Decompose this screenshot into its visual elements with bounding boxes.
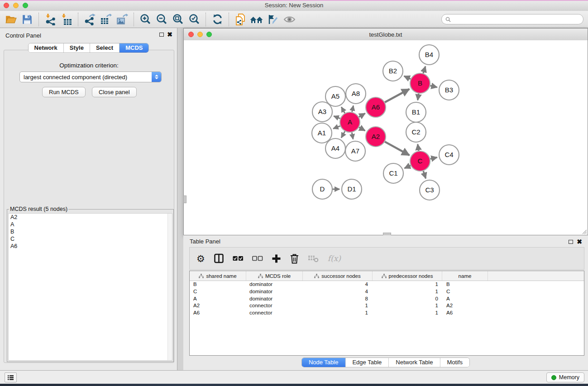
save-session-button[interactable]	[19, 12, 35, 27]
memory-button[interactable]: Memory	[546, 372, 584, 382]
result-list-scrollbar[interactable]	[167, 214, 172, 360]
toolbar-separator	[38, 13, 39, 26]
app-title: Session: New Session	[0, 2, 588, 9]
graph-node-label: A8	[352, 90, 360, 97]
show-task-history-button[interactable]	[5, 372, 17, 382]
result-list-item[interactable]: A2	[9, 214, 172, 221]
export-image-button[interactable]	[114, 12, 130, 27]
memory-status-icon	[551, 375, 556, 380]
column-header-successor-nodes[interactable]: successor nodes	[303, 271, 373, 281]
graph-node-label: C3	[425, 186, 434, 194]
table-cell: A2	[190, 302, 246, 310]
column-header-mcds-role[interactable]: MCDS role	[246, 271, 303, 281]
import-network-button[interactable]	[42, 12, 58, 27]
column-header-shared-name[interactable]: shared name	[190, 271, 246, 281]
tab-select[interactable]: Select	[90, 43, 120, 52]
zoom-out-button[interactable]	[153, 12, 170, 27]
graph-edge-C-C1[interactable]	[405, 166, 411, 168]
table-cell-filler	[488, 310, 584, 317]
table-cell: A2	[442, 302, 488, 310]
save-icon	[22, 14, 33, 25]
tab-mcds[interactable]: MCDS	[120, 43, 148, 52]
graph-edge-A-A6[interactable]	[359, 114, 365, 117]
zoom-fit-button[interactable]	[170, 12, 186, 27]
network-window-titlebar[interactable]: testGlobe.txt	[184, 29, 588, 41]
window-resize-grip[interactable]	[581, 228, 587, 234]
float-panel-button[interactable]	[159, 33, 164, 37]
graph-edge-A-A3[interactable]	[334, 116, 340, 119]
table-cell: connector	[246, 302, 303, 310]
tab-style[interactable]: Style	[64, 43, 90, 52]
column-label: name	[459, 273, 472, 279]
mcds-result-title: MCDS result (5 nodes)	[9, 206, 68, 212]
float-table-panel-button[interactable]	[569, 240, 573, 244]
tab-motifs[interactable]: Motifs	[440, 358, 469, 367]
run-mcds-button[interactable]: Run MCDS	[42, 87, 86, 97]
duplicate-network-button[interactable]	[232, 12, 249, 27]
hide-graphics-details-button[interactable]	[265, 12, 281, 27]
show-column-button[interactable]	[214, 253, 224, 263]
graph-edge-A-A8[interactable]	[352, 105, 354, 112]
table-options-button[interactable]: ⚙	[196, 254, 205, 263]
create-column-button[interactable]	[272, 254, 281, 263]
hierarchy-icon	[258, 274, 263, 278]
result-list-item[interactable]: A6	[9, 243, 172, 250]
mcds-result-list[interactable]: A2ABCA6	[8, 213, 172, 361]
eye-icon	[283, 14, 296, 24]
zoom-in-button[interactable]	[137, 12, 153, 27]
table-row[interactable]: Cdominator41C	[190, 288, 584, 295]
column-header-name[interactable]: name	[442, 271, 488, 281]
tab-network-table[interactable]: Network Table	[389, 358, 440, 367]
graph-edge-A6-B[interactable]	[385, 89, 409, 102]
homes-icon	[250, 14, 263, 25]
graph-edge-B-B1[interactable]	[418, 94, 419, 100]
result-list-item[interactable]: A	[9, 221, 172, 228]
task-list-icon	[8, 374, 14, 381]
export-network-button[interactable]	[81, 12, 98, 27]
export-table-button[interactable]	[98, 12, 114, 27]
table-cell: 0	[373, 295, 442, 303]
delete-columns-button[interactable]	[290, 253, 299, 264]
graph-edge-B-B4[interactable]	[423, 67, 425, 73]
select-all-columns-button[interactable]	[233, 256, 244, 262]
graph-edge-A-A5[interactable]	[341, 107, 345, 113]
table-row[interactable]: Adominator80A	[190, 295, 584, 303]
graph-edge-A-A2[interactable]	[359, 127, 365, 131]
graph-edge-C-C3[interactable]	[423, 171, 425, 178]
column-header-predecessor-nodes[interactable]: predecessor nodes	[373, 271, 442, 281]
table-row[interactable]: A6connector11A6	[190, 310, 584, 317]
graph-edge-A2-C[interactable]	[385, 142, 409, 155]
network-canvas[interactable]: AA1A2A3A4A5A6A7A8BB1B2B3B4CC1C2C3C4DD1	[184, 40, 588, 235]
close-table-panel-button[interactable]: ✖	[577, 238, 582, 246]
first-neighbors-button[interactable]	[249, 12, 265, 27]
graph-edge-A-A1[interactable]	[333, 126, 340, 129]
import-table-button[interactable]	[58, 12, 75, 27]
graph-edge-B-B2[interactable]	[404, 76, 411, 79]
table-row[interactable]: Bdominator41B	[190, 281, 584, 288]
open-file-button[interactable]	[3, 12, 19, 27]
close-panel-button-inner[interactable]: Close panel	[92, 87, 137, 97]
graph-edge-B-B3[interactable]	[430, 86, 437, 87]
graph-edge-A-A4[interactable]	[341, 131, 345, 138]
criterion-dropdown[interactable]: largest connected component (directed)	[19, 71, 162, 82]
result-list-item[interactable]: B	[9, 228, 172, 235]
table-cell: 8	[303, 295, 373, 303]
hierarchy-icon	[382, 274, 387, 278]
graph-edge-C-C4[interactable]	[430, 157, 437, 159]
splitter-handle-vertical[interactable]	[183, 195, 186, 203]
graph-edge-A-A7[interactable]	[352, 133, 353, 139]
network-graph[interactable]: AA1A2A3A4A5A6A7A8BB1B2B3B4CC1C2C3C4DD1	[184, 40, 588, 235]
apply-layout-button[interactable]	[209, 12, 225, 27]
tab-node-table[interactable]: Node Table	[302, 358, 346, 367]
graph-edge-C-C2[interactable]	[418, 144, 419, 151]
unselect-all-columns-button[interactable]	[252, 256, 263, 262]
tab-network[interactable]: Network	[29, 43, 64, 52]
delete-table-icon	[308, 254, 319, 263]
result-list-item[interactable]: C	[9, 235, 172, 243]
close-panel-button[interactable]: ✖	[167, 30, 172, 38]
tab-edge-table[interactable]: Edge Table	[345, 358, 389, 367]
zoom-selected-button[interactable]	[186, 12, 202, 27]
table-row[interactable]: A2connector11A2	[190, 302, 584, 310]
search-input[interactable]	[453, 16, 579, 23]
export-network-icon	[84, 14, 96, 25]
